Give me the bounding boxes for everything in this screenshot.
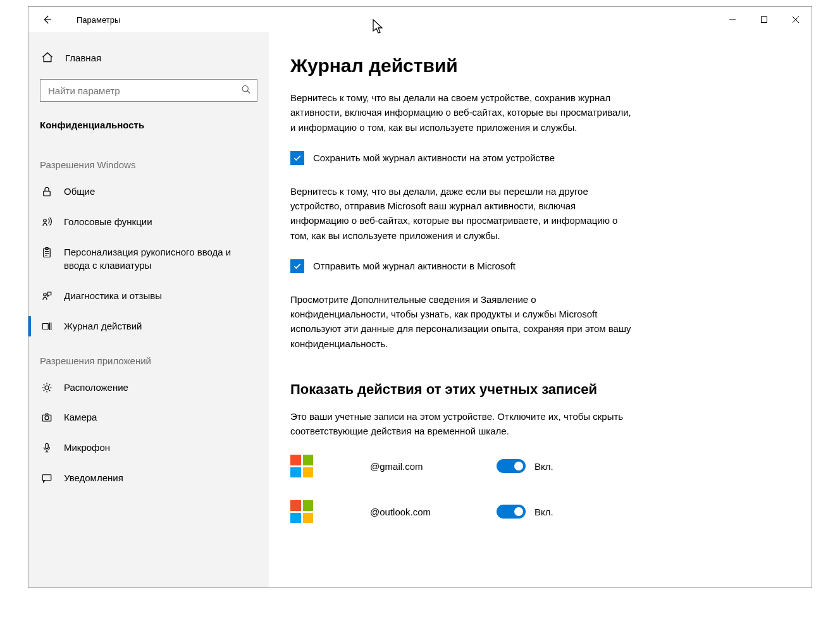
maximize-button[interactable]: [748, 7, 780, 32]
page-title: Журнал действий: [290, 55, 774, 77]
account-email: @gmail.com: [370, 461, 497, 472]
close-icon: [792, 16, 800, 23]
account-row: @outlook.com Вкл.: [290, 500, 774, 523]
sidebar-item-label: Расположение: [64, 381, 128, 395]
checkbox-store-activity[interactable]: Сохранить мой журнал активности на этом …: [290, 151, 774, 165]
accounts-intro: Это ваши учетные записи на этом устройст…: [290, 409, 632, 439]
sidebar-item-inking[interactable]: Персонализация рукописного ввода и ввода…: [28, 237, 269, 281]
toggle-state-label: Вкл.: [534, 507, 553, 517]
window-title: Параметры: [77, 15, 120, 25]
speech-icon: [40, 216, 54, 228]
minimize-button[interactable]: [717, 7, 748, 32]
account-toggle[interactable]: [497, 459, 526, 473]
sidebar-item-microphone[interactable]: Микрофон: [28, 433, 269, 463]
sidebar-category: Конфиденциальность: [28, 113, 269, 145]
sidebar-item-label: Уведомления: [64, 471, 123, 485]
clipboard-icon: [40, 247, 54, 258]
sidebar-item-general[interactable]: Общие: [28, 176, 269, 207]
lock-icon: [40, 186, 54, 197]
svg-rect-11: [46, 443, 49, 448]
svg-point-8: [45, 386, 49, 390]
svg-rect-7: [42, 323, 48, 329]
back-button[interactable]: [37, 14, 56, 25]
svg-point-3: [44, 219, 47, 222]
checkbox-icon: [290, 151, 304, 165]
minimize-icon: [729, 16, 736, 23]
titlebar: Параметры: [28, 7, 812, 32]
feedback-icon: [40, 290, 54, 302]
sidebar-item-label: Диагностика и отзывы: [64, 289, 162, 303]
timeline-icon: [40, 321, 54, 332]
window-controls: [717, 7, 812, 32]
intro-text-1: Вернитесь к тому, что вы делали на своем…: [290, 90, 632, 135]
svg-point-6: [44, 293, 47, 297]
search-input[interactable]: [40, 79, 257, 102]
sidebar-item-label: Голосовые функции: [64, 215, 152, 229]
sidebar-item-label: Журнал действий: [64, 319, 142, 333]
checkbox-send-microsoft[interactable]: Отправить мой журнал активности в Micros…: [290, 259, 774, 273]
maximize-icon: [760, 16, 768, 23]
sidebar: Главная Конфиденциальность Разрешения Wi…: [28, 32, 269, 587]
svg-rect-12: [42, 475, 51, 481]
sidebar-home[interactable]: Главная: [28, 45, 269, 70]
arrow-left-icon: [41, 14, 52, 25]
sidebar-home-label: Главная: [65, 52, 101, 63]
sidebar-item-label: Персонализация рукописного ввода и ввода…: [64, 245, 257, 273]
checkbox-label: Сохранить мой журнал активности на этом …: [313, 152, 555, 163]
sidebar-item-activity-history[interactable]: Журнал действий: [28, 311, 269, 341]
search-wrap: [40, 79, 257, 102]
account-toggle[interactable]: [497, 505, 526, 519]
sidebar-section-windows: Разрешения Windows: [28, 145, 269, 176]
location-icon: [40, 382, 54, 393]
checkbox-label: Отправить мой журнал активности в Micros…: [313, 261, 516, 271]
sidebar-item-voice[interactable]: Голосовые функции: [28, 207, 269, 237]
account-email: @outlook.com: [370, 507, 497, 517]
home-icon: [40, 51, 55, 64]
notifications-icon: [40, 472, 54, 484]
sidebar-item-notifications[interactable]: Уведомления: [28, 463, 269, 493]
microsoft-logo-icon: [290, 500, 313, 523]
account-row: @gmail.com Вкл.: [290, 455, 774, 477]
toggle-state-label: Вкл.: [534, 461, 553, 472]
checkbox-icon: [290, 259, 304, 273]
close-button[interactable]: [780, 7, 812, 32]
sidebar-item-label: Общие: [64, 185, 95, 199]
intro-text-2: Вернитесь к тому, что вы делали, даже ес…: [290, 184, 632, 243]
sidebar-section-apps: Разрешения приложений: [28, 341, 269, 372]
microphone-icon: [40, 442, 54, 453]
svg-point-10: [45, 416, 49, 420]
sidebar-item-label: Камера: [64, 410, 97, 424]
microsoft-logo-icon: [290, 455, 313, 477]
sidebar-item-location[interactable]: Расположение: [28, 372, 269, 403]
svg-rect-0: [762, 17, 767, 23]
svg-rect-2: [44, 191, 51, 196]
settings-window: Параметры Главная: [28, 6, 812, 588]
sidebar-item-camera[interactable]: Камера: [28, 402, 269, 433]
camera-icon: [40, 412, 54, 423]
sidebar-item-diagnostics[interactable]: Диагностика и отзывы: [28, 281, 269, 311]
accounts-heading: Показать действия от этих учетных записе…: [290, 381, 774, 398]
sidebar-item-label: Микрофон: [64, 441, 110, 455]
privacy-note: Просмотрите Дополнительные сведения и За…: [290, 292, 632, 351]
content: Журнал действий Вернитесь к тому, что вы…: [269, 32, 812, 587]
